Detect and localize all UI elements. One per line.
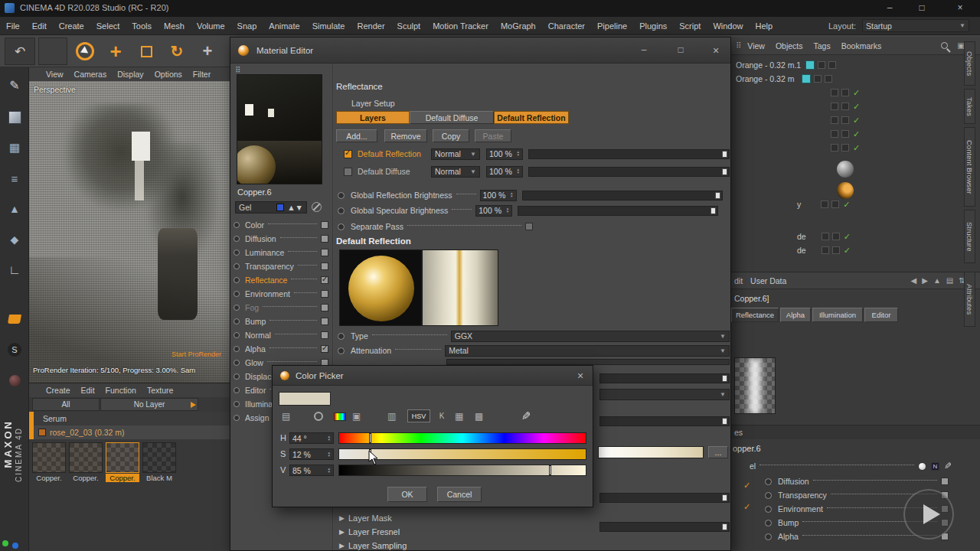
last-tool-button[interactable]: + xyxy=(193,37,222,65)
viewport-menu-options[interactable]: Options xyxy=(155,70,182,79)
remove-layer-button[interactable]: Remove xyxy=(384,129,427,142)
swatches-mode-icon[interactable]: ▩ xyxy=(475,411,483,422)
channel-radio[interactable] xyxy=(234,401,240,407)
channel-checkbox[interactable] xyxy=(321,318,328,325)
panel-grip-icon[interactable]: ⠿ xyxy=(736,41,741,50)
slider-handle[interactable] xyxy=(710,207,716,214)
tag-box[interactable] xyxy=(841,89,849,96)
window-maximize-button[interactable]: □ xyxy=(913,2,931,13)
global-amount-spinner[interactable]: 100 % ▲▼ xyxy=(475,205,512,217)
add-layer-button[interactable]: Add... xyxy=(336,129,377,142)
channel-checkbox[interactable] xyxy=(321,331,328,339)
channel-row-reflectance[interactable]: Reflectance xyxy=(234,273,328,287)
paint-bucket-tool[interactable] xyxy=(5,309,24,329)
channel-radio[interactable] xyxy=(765,492,772,499)
layer-enable-checkbox[interactable] xyxy=(344,168,352,176)
me-grip-icon[interactable]: ⠿ xyxy=(235,66,240,74)
history-forward-icon[interactable]: ▶ xyxy=(922,276,928,285)
tag-box[interactable] xyxy=(831,201,839,208)
tag-box[interactable] xyxy=(831,144,838,152)
side-tab-objects[interactable]: Objects xyxy=(964,41,975,86)
hue-slider[interactable] xyxy=(338,432,586,444)
om-menu-objects[interactable]: Objects xyxy=(776,41,803,51)
side-tab-takes[interactable]: Takes xyxy=(964,89,975,124)
channel-row-alpha[interactable]: Alpha xyxy=(234,342,328,356)
slider-fragment-3[interactable] xyxy=(599,493,730,503)
menu-select[interactable]: Select xyxy=(90,17,126,35)
menu-file[interactable]: File xyxy=(0,17,26,35)
add-cube-tool[interactable] xyxy=(5,107,24,127)
channel-row-environment[interactable]: Environment xyxy=(234,287,328,301)
channel-checkbox[interactable] xyxy=(321,221,328,229)
am-tab-alpha[interactable]: Alpha xyxy=(780,308,811,322)
global-amount-spinner[interactable]: 100 % ▲▼ xyxy=(480,190,517,201)
misc-tool[interactable] xyxy=(5,370,24,390)
menu-snap[interactable]: Snap xyxy=(231,17,263,35)
rotate-tool[interactable]: ↻ xyxy=(162,37,191,65)
layer-enable-checkbox[interactable] xyxy=(344,150,352,158)
am-tab-editor[interactable]: Editor xyxy=(864,308,898,322)
layer-label[interactable]: Default Diffuse xyxy=(358,167,431,176)
panel2-shader-row[interactable]: el N ✎ xyxy=(730,459,959,473)
layer-amount-spinner[interactable]: 100 % ▲▼ xyxy=(486,148,523,160)
me-close-button[interactable]: × xyxy=(707,44,725,57)
material-label-2[interactable]: Copper. xyxy=(69,474,103,482)
shader-reset-icon[interactable] xyxy=(312,202,322,212)
layer-amount-slider[interactable] xyxy=(528,167,730,177)
channel-radio[interactable] xyxy=(234,373,240,380)
side-tab-structure[interactable]: Structure xyxy=(964,210,975,263)
compact-mode-icon[interactable]: ▤ xyxy=(282,411,290,422)
slider-handle[interactable] xyxy=(722,151,727,158)
cp-close-button[interactable]: × xyxy=(571,370,590,382)
slider-fragment-2[interactable] xyxy=(599,416,730,426)
slider-handle[interactable] xyxy=(715,192,720,199)
section-layer-fresnel[interactable]: ▶ Layer Fresnel xyxy=(339,527,400,536)
menu-plugins[interactable]: Plugins xyxy=(633,17,673,35)
viewport-menu-view[interactable]: View xyxy=(46,70,64,79)
channel-checkbox[interactable] xyxy=(321,290,328,298)
hsv-mode-button[interactable]: HSV xyxy=(407,409,430,422)
slider-fragment-4[interactable] xyxy=(599,522,730,532)
viewport-menu-display[interactable]: Display xyxy=(117,70,143,79)
render-dot[interactable] xyxy=(828,61,836,69)
me-minimize-button[interactable]: – xyxy=(635,44,653,55)
viewport-camera-label[interactable]: Perspective xyxy=(34,85,76,94)
copy-layer-button[interactable]: Copy xyxy=(433,129,469,142)
eyedropper-icon[interactable]: ✎ xyxy=(521,409,531,423)
layer-amount-slider[interactable] xyxy=(528,149,730,159)
dropdown-fragment[interactable]: ▼ xyxy=(599,389,730,400)
global-amount-slider[interactable] xyxy=(518,206,718,216)
channel-radio[interactable] xyxy=(234,346,240,352)
layout-dropdown[interactable]: Startup ▼ xyxy=(862,19,969,32)
tag-box[interactable] xyxy=(831,89,838,96)
slider-handle[interactable] xyxy=(722,168,727,175)
window-minimize-button[interactable]: – xyxy=(880,2,899,13)
channel-checkbox[interactable] xyxy=(321,235,328,243)
material-preview[interactable] xyxy=(237,74,322,184)
menu-volume[interactable]: Volume xyxy=(191,17,231,35)
modeling-tool-1[interactable]: ≡ xyxy=(5,168,24,188)
menu-mesh[interactable]: Mesh xyxy=(158,17,191,35)
layer-row-serum[interactable]: Serum xyxy=(29,412,230,425)
row-radio[interactable] xyxy=(338,347,345,354)
om-menu-bookmarks[interactable]: Bookmarks xyxy=(841,41,882,51)
channel-radio[interactable] xyxy=(234,305,240,311)
material-thumb-1[interactable] xyxy=(32,442,66,473)
tag-box[interactable] xyxy=(831,103,838,110)
white-sphere-icon[interactable] xyxy=(918,462,926,471)
material-thumb-4[interactable] xyxy=(142,442,176,473)
channel-row-color[interactable]: Color xyxy=(234,218,328,232)
channel-radio[interactable] xyxy=(234,387,240,393)
object-row-5[interactable]: ✓ xyxy=(730,113,959,127)
layer-amount-spinner[interactable]: 100 % ▲▼ xyxy=(486,166,523,178)
mm-tab-all[interactable]: All xyxy=(32,398,100,411)
menu-create[interactable]: Create xyxy=(53,17,90,35)
mode-list-icon[interactable]: ▤ xyxy=(946,276,953,285)
channel-radio[interactable] xyxy=(234,236,240,242)
channel-row-bump[interactable]: Bump xyxy=(234,315,328,328)
history-back-icon[interactable]: ◀ xyxy=(911,276,917,285)
am-menu-edit-fragment[interactable]: dit xyxy=(734,276,743,285)
cancel-button[interactable]: Cancel xyxy=(437,487,482,502)
viewport-menu-cameras[interactable]: Cameras xyxy=(74,70,107,79)
scale-tool[interactable] xyxy=(132,37,161,65)
